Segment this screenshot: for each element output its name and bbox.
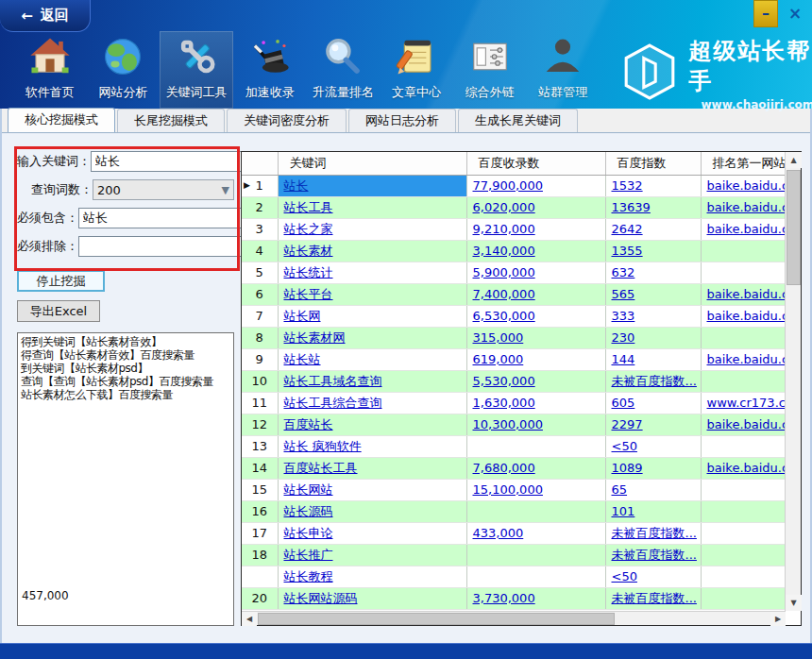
row-number-cell[interactable]: 3	[242, 218, 278, 240]
vertical-scrollbar[interactable]: ▲ ▼	[785, 152, 801, 611]
keyword-link[interactable]: 站长源码	[284, 504, 333, 518]
tab-core-mining[interactable]: 核心挖掘模式	[8, 108, 115, 132]
top-site-link[interactable]: baike.baidu.co	[707, 352, 787, 366]
top-site-link[interactable]: baike.baidu.co	[707, 417, 787, 431]
toolbar-item-site-group[interactable]: 站群管理	[526, 31, 600, 109]
table-row[interactable]: 18站长推广未被百度指数...	[242, 544, 786, 566]
baidu-index-link[interactable]: 333	[612, 309, 635, 323]
baidu-inclusion-link[interactable]: 315,000	[473, 330, 524, 345]
table-row[interactable]: 15站长网站15,100,00065	[242, 479, 786, 500]
keyword-link[interactable]: 站长素材	[284, 244, 333, 258]
keyword-link[interactable]: 站长申论	[284, 526, 333, 540]
row-number-cell[interactable]: 2	[242, 196, 278, 218]
log-output[interactable]: 得到关键词【站长素材音效】得查询【站长素材音效】百度搜索量到关键词【站长素材ps…	[17, 332, 234, 626]
top-site-link[interactable]: baike.baidu.co	[707, 461, 787, 475]
baidu-index-link[interactable]: 605	[612, 396, 635, 410]
row-number-cell[interactable]: 13	[242, 435, 278, 457]
query-count-dropdown[interactable]: 200 ▼	[93, 179, 234, 200]
baidu-inclusion-link[interactable]: 15,100,000	[473, 482, 543, 497]
top-site-link[interactable]: baike.baidu.co	[707, 200, 787, 214]
keyword-link[interactable]: 站长网	[284, 309, 321, 323]
baidu-inclusion-link[interactable]: 9,210,000	[473, 222, 535, 236]
tab-site-log-analysis[interactable]: 网站日志分析	[348, 109, 456, 132]
tab-longtail-mining[interactable]: 长尾挖掘模式	[117, 109, 225, 132]
toolbar-item-keyword-tools[interactable]: 关键词工具	[160, 31, 233, 109]
baidu-index-link[interactable]: 565	[612, 287, 635, 301]
baidu-index-link[interactable]: 2297	[612, 417, 643, 431]
table-row[interactable]: 站长教程<50	[242, 566, 786, 587]
scroll-down-icon[interactable]: ▼	[786, 595, 802, 611]
tab-keyword-density[interactable]: 关键词密度分析	[227, 109, 347, 132]
top-site-link[interactable]: baike.baidu.co	[707, 178, 787, 193]
baidu-inclusion-link[interactable]: 5,530,000	[473, 374, 535, 388]
keyword-link[interactable]: 站长素材网	[284, 330, 346, 345]
toolbar-item-home[interactable]: 软件首页	[13, 31, 87, 109]
baidu-index-link[interactable]: 230	[612, 330, 635, 345]
keyword-link[interactable]: 站长推广	[284, 548, 333, 562]
row-number-cell[interactable]: 20	[242, 587, 278, 609]
baidu-index-link[interactable]: 144	[612, 352, 635, 366]
table-row[interactable]: 14百度站长工具7,680,0001089baike.baidu.co	[242, 457, 786, 479]
table-row[interactable]: 17站长申论433,000未被百度指数...	[242, 522, 786, 544]
top-site-link[interactable]: baike.baidu.co	[707, 309, 787, 323]
back-button[interactable]: ← 返回	[0, 0, 91, 32]
baidu-index-link[interactable]: 1355	[612, 244, 643, 258]
table-row[interactable]: 8站长素材网315,000230	[242, 327, 786, 348]
horizontal-scrollbar[interactable]: ◀ ▶	[242, 611, 786, 625]
table-row[interactable]: 10站长工具域名查询5,530,000未被百度指数...	[242, 370, 786, 392]
row-number-cell[interactable]: 6	[242, 283, 278, 305]
baidu-index-link[interactable]: 13639	[612, 200, 651, 214]
table-row[interactable]: 2站长工具6,020,00013639baike.baidu.co	[242, 196, 786, 218]
row-number-cell[interactable]: 9	[242, 348, 278, 370]
toolbar-item-article-center[interactable]: 文章中心	[380, 31, 453, 109]
row-number-cell[interactable]: 11	[242, 392, 278, 414]
keyword-link[interactable]: 站长	[284, 178, 309, 193]
scroll-right-icon[interactable]: ▶	[770, 612, 786, 626]
row-number-cell[interactable]	[242, 566, 278, 587]
baidu-index-link[interactable]: 1089	[612, 461, 643, 475]
row-number-cell[interactable]: 14	[242, 457, 278, 479]
table-row[interactable]: 7站长网6,530,000333baike.baidu.co	[242, 305, 786, 327]
stop-mining-button[interactable]: 停止挖掘	[17, 270, 105, 292]
table-row[interactable]: 9站长站619,000144baike.baidu.co	[242, 348, 786, 370]
keyword-link[interactable]: 站长工具综合查询	[284, 396, 382, 410]
baidu-index-link[interactable]: 1532	[612, 178, 643, 193]
row-number-cell[interactable]: 12	[242, 414, 278, 435]
keyword-link[interactable]: 站长平台	[284, 287, 333, 301]
tab-generate-longtail[interactable]: 生成长尾关键词	[458, 109, 578, 132]
keyword-link[interactable]: 站长工具	[284, 200, 333, 214]
toolbar-item-backlinks[interactable]: 综合外链	[453, 31, 527, 109]
baidu-inclusion-link[interactable]: 77,900,000	[473, 178, 543, 193]
baidu-index-link[interactable]: <50	[612, 439, 637, 453]
baidu-inclusion-link[interactable]: 1,630,000	[473, 396, 535, 410]
keyword-link[interactable]: 站长之家	[284, 222, 333, 236]
table-row[interactable]: 3站长之家9,210,0002642baike.baidu.co	[242, 218, 786, 240]
horizontal-scroll-thumb[interactable]	[258, 613, 615, 625]
scroll-up-icon[interactable]: ▲	[786, 152, 802, 168]
baidu-index-link[interactable]: 未被百度指数...	[612, 526, 697, 540]
table-row[interactable]: 11站长工具综合查询1,630,000605www.cr173.com	[242, 392, 786, 414]
table-row[interactable]: 16站长源码101	[242, 500, 786, 522]
row-number-cell[interactable]: 5	[242, 262, 278, 283]
keyword-link[interactable]: 百度站长工具	[284, 461, 358, 475]
keyword-link[interactable]: 站长统计	[284, 265, 333, 279]
keyword-link[interactable]: 百度站长	[284, 417, 333, 431]
table-row[interactable]: 5站长统计5,900,000632	[242, 262, 786, 283]
baidu-inclusion-link[interactable]: 6,530,000	[473, 309, 535, 323]
keyword-link[interactable]: 站长工具域名查询	[284, 374, 382, 388]
baidu-index-link[interactable]: 未被百度指数...	[612, 374, 697, 388]
top-site-link[interactable]: baike.baidu.co	[707, 222, 787, 236]
keyword-link[interactable]: 站长站	[284, 352, 321, 366]
row-number-cell[interactable]: 18	[242, 544, 278, 566]
baidu-index-link[interactable]: 65	[612, 482, 628, 497]
row-number-cell[interactable]: 10	[242, 370, 278, 392]
keyword-link[interactable]: 站长网站源码	[284, 591, 358, 605]
include-input[interactable]	[78, 208, 248, 228]
keyword-link[interactable]: 站长网站	[284, 482, 333, 497]
baidu-index-link[interactable]: 2642	[612, 222, 643, 236]
header-top-site[interactable]: 排名第一网站	[701, 152, 786, 175]
baidu-index-link[interactable]: 未被百度指数...	[612, 548, 697, 562]
table-row[interactable]: 20站长网站源码3,730,000未被百度指数...	[242, 587, 786, 609]
row-number-cell[interactable]: 8	[242, 327, 278, 348]
baidu-inclusion-link[interactable]: 10,300,000	[473, 417, 543, 431]
